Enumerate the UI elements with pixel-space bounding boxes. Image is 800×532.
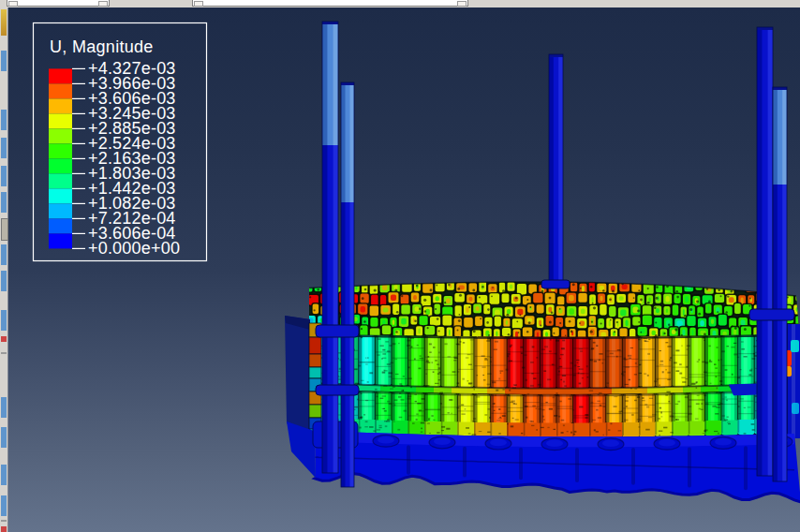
svg-text:U, Magnitude: U, Magnitude — [50, 37, 154, 56]
svg-text:+0.000e+00: +0.000e+00 — [88, 239, 180, 258]
